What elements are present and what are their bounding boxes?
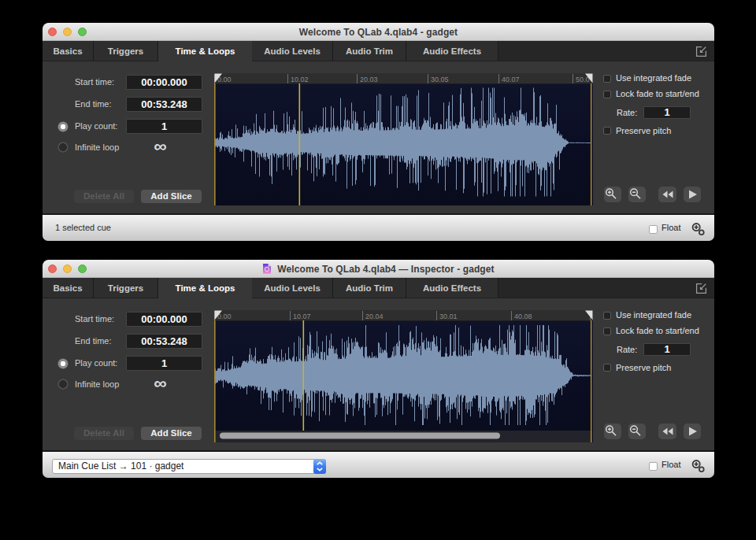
svg-text:40.08: 40.08 [514, 313, 532, 320]
svg-text:30.05: 30.05 [431, 76, 449, 83]
svg-text:20.04: 20.04 [365, 313, 384, 320]
svg-text:30.01: 30.01 [439, 313, 458, 320]
svg-text:10.07: 10.07 [293, 313, 311, 320]
svg-text:40.07: 40.07 [502, 76, 520, 83]
svg-text:10.02: 10.02 [291, 76, 309, 83]
svg-text:20.03: 20.03 [360, 76, 378, 83]
